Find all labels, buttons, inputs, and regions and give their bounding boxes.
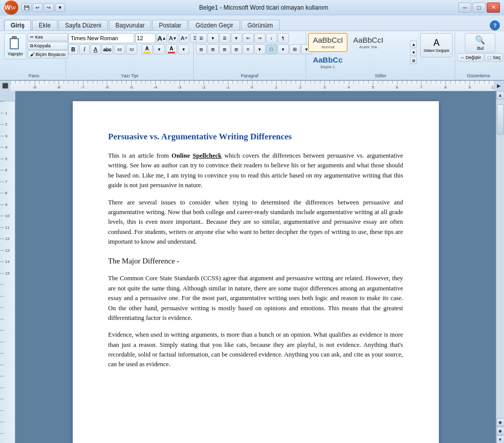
scissors-icon: ✂ xyxy=(30,35,34,40)
borders-button[interactable]: ⊞ xyxy=(289,44,301,54)
highlight-dropdown-btn[interactable]: ▼ xyxy=(154,44,165,54)
ruler-right-btn[interactable]: ▶ xyxy=(494,81,504,91)
tab-bar: Giriş Ekle Sayfa Düzeni Başvurular Posta… xyxy=(0,15,504,31)
style-heading1-preview: AaBbCc xyxy=(313,55,342,65)
style-no-spacing[interactable]: AaBbCcI Aralık Yok xyxy=(348,33,388,52)
font-group: A▲ A▼ A✕ ☰ B İ A abc x2 x2 A xyxy=(66,32,193,79)
minimize-button[interactable]: ─ xyxy=(458,3,471,13)
tab-postalar[interactable]: Postalar xyxy=(152,20,188,31)
save-quick-btn[interactable]: 💾 xyxy=(21,3,32,12)
strikethrough-button[interactable]: abc xyxy=(102,44,113,54)
ruler-left-btn[interactable]: ⬛ xyxy=(0,81,10,91)
sort-button[interactable]: ↕ xyxy=(266,33,277,43)
tab-ekle[interactable]: Ekle xyxy=(32,20,57,31)
redo-quick-btn[interactable]: ↪ xyxy=(44,3,54,12)
superscript-button[interactable]: x2 xyxy=(126,44,137,54)
scroll-thumb[interactable] xyxy=(497,104,504,135)
style-normal-label: Normal xyxy=(321,45,335,49)
bullet-dropdown-btn[interactable]: ▼ xyxy=(207,33,219,43)
find-button[interactable]: 🔍 Bul xyxy=(465,33,495,52)
toolbar-row: Yapıştır ✂ Kes ⧉ Kopyala 🖌 Biçim Boyacıs… xyxy=(0,31,504,80)
scroll-prev-page-btn[interactable]: ◉ xyxy=(496,418,505,426)
ribbon: Giriş Ekle Sayfa Düzeni Başvurular Posta… xyxy=(0,15,504,81)
para-align-row: ≡ ≡ ≡ ≡ ≡ ▼ □ ▼ ⊞ ▼ xyxy=(196,44,312,54)
editing-controls: 🔍 Bul ↔ Değiştir ⬚ Seç xyxy=(457,33,503,62)
styles-scroll-up[interactable]: ▲ xyxy=(410,41,417,48)
close-button[interactable]: ✕ xyxy=(487,3,500,13)
vertical-scrollbar: ▲ ◉ ◉ ▼ xyxy=(496,91,504,443)
replace-button[interactable]: ↔ Değiştir xyxy=(457,53,484,62)
tab-gozden-gecir[interactable]: Gözden Geçir xyxy=(189,20,240,31)
paragraph-3: The Common Core State Standards (CCSS) a… xyxy=(108,274,403,323)
increase-indent-button[interactable]: ⇒ xyxy=(254,33,265,43)
tab-goruntum[interactable]: Görünüm xyxy=(241,20,280,31)
font-name-input[interactable] xyxy=(68,33,134,43)
styles-group-label: Stiller xyxy=(306,73,455,79)
italic-button[interactable]: İ xyxy=(79,44,90,54)
style-normal[interactable]: AaBbCcI Normal xyxy=(308,33,347,52)
tab-basvurular[interactable]: Başvurular xyxy=(109,20,151,31)
para-list-row: ≡ ▼ ≡ ▼ ⇐ ⇒ ↕ ¶ xyxy=(196,33,312,43)
numbered-list-button[interactable]: ≡ xyxy=(219,33,230,43)
styles-expand[interactable]: ⊞ xyxy=(410,57,417,64)
scroll-down-button[interactable]: ▼ xyxy=(496,435,505,443)
shading-dropdown-btn[interactable]: ▼ xyxy=(278,44,289,54)
decrease-indent-button[interactable]: ⇐ xyxy=(243,33,254,43)
copy-button[interactable]: ⧉ Kopyala xyxy=(27,42,68,50)
highlight-color-bar xyxy=(143,52,151,53)
scroll-next-page-btn[interactable]: ◉ xyxy=(496,427,505,435)
bold-button[interactable]: B xyxy=(68,44,78,54)
font-color-dropdown-btn[interactable]: ▼ xyxy=(178,44,189,54)
increase-font-size-button[interactable]: A▲ xyxy=(157,33,167,43)
help-button[interactable]: ? xyxy=(490,20,500,31)
font-color-button[interactable]: A xyxy=(166,44,177,54)
style-heading1[interactable]: AaBbCc Başlık 1 xyxy=(308,53,347,72)
align-center-button[interactable]: ≡ xyxy=(207,44,219,54)
subscript-button[interactable]: x2 xyxy=(114,44,125,54)
underline-button[interactable]: A xyxy=(91,44,101,54)
tab-sayfa-duzeni[interactable]: Sayfa Düzeni xyxy=(58,20,108,31)
numbered-dropdown-btn[interactable]: ▼ xyxy=(231,33,242,43)
scroll-up-button[interactable]: ▲ xyxy=(496,91,505,99)
paste-button[interactable]: Yapıştır xyxy=(4,33,26,60)
bold-online: Online xyxy=(171,152,190,159)
bullet-list-button[interactable]: ≡ xyxy=(196,33,207,43)
replace-icon: ↔ xyxy=(460,55,464,60)
align-right-button[interactable]: ≡ xyxy=(219,44,230,54)
format-paint-icon: 🖌 xyxy=(30,52,35,57)
undo-quick-btn[interactable]: ↩ xyxy=(33,3,43,12)
styles-scroll-buttons: ▲ ▼ ⊞ xyxy=(410,41,417,64)
shading-button[interactable]: □ xyxy=(266,44,277,54)
decrease-font-size-button[interactable]: A▼ xyxy=(168,33,178,43)
paragraph-4: Evidence, when used in writing arguments… xyxy=(108,330,403,370)
clear-format-button[interactable]: A✕ xyxy=(179,33,189,43)
font-size-input[interactable] xyxy=(135,33,156,43)
scroll-bottom-controls: ◉ ◉ ▼ xyxy=(496,418,505,443)
dropdown-quick-btn[interactable]: ▼ xyxy=(55,3,65,12)
document-content[interactable]: Persuasive vs. Argumentative Writing Dif… xyxy=(15,91,496,443)
ruler-corner xyxy=(0,91,15,101)
window-title: Belge1 - Microsoft Word ticari olmayan k… xyxy=(69,4,458,11)
highlight-color-button[interactable]: A xyxy=(141,44,153,54)
style-no-spacing-label: Aralık Yok xyxy=(359,45,377,49)
change-styles-button[interactable]: A Stilleri Değiştir xyxy=(420,33,453,57)
justify-button[interactable]: ≡ xyxy=(231,44,242,54)
tab-giris[interactable]: Giriş xyxy=(4,20,31,31)
font-format-row: B İ A abc x2 x2 A ▼ A ▼ xyxy=(68,44,200,54)
maximize-button[interactable]: □ xyxy=(472,3,486,13)
select-button[interactable]: ⬚ Seç xyxy=(485,53,503,62)
line-spacing-button[interactable]: ≡ xyxy=(243,44,254,54)
align-left-button[interactable]: ≡ xyxy=(196,44,207,54)
title-bar: W 💾 ↩ ↪ ▼ Belge1 - Microsoft Word ticari… xyxy=(0,0,504,15)
scroll-track[interactable] xyxy=(496,99,505,418)
format-paint-button[interactable]: 🖌 Biçim Boyacısı xyxy=(27,50,68,58)
ruler-area: ⬛ -9-8-7-6-5-4-3-2-1012345678910 ▶ xyxy=(0,81,504,91)
editing-group-label: Düzenleme xyxy=(455,73,502,79)
office-button[interactable]: W xyxy=(4,1,18,15)
styles-scroll-down[interactable]: ▼ xyxy=(410,49,417,56)
cut-button[interactable]: ✂ Kes xyxy=(27,33,68,41)
show-marks-button[interactable]: ¶ xyxy=(278,33,289,43)
change-styles-label: Stilleri Değiştir xyxy=(424,48,450,53)
paragraph-group: ≡ ▼ ≡ ▼ ⇐ ⇒ ↕ ¶ ≡ ≡ ≡ ≡ ≡ ▼ □ ▼ xyxy=(194,32,307,79)
line-spacing-dropdown-btn[interactable]: ▼ xyxy=(254,44,265,54)
